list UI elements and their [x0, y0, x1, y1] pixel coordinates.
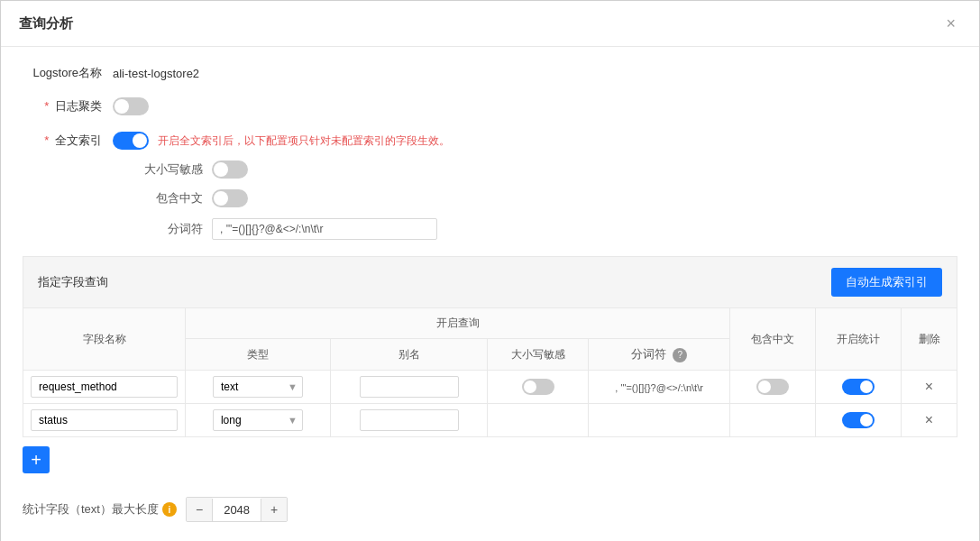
th-field-name: 字段名称 — [23, 308, 186, 371]
field-name-input[interactable] — [31, 409, 178, 431]
delimiter-row: 分词符 — [140, 218, 957, 240]
row-enable-stat-toggle[interactable] — [842, 379, 875, 395]
type-cell: text long double json ▼ — [186, 404, 331, 437]
dialog-header: 查询分析 × — [1, 1, 979, 47]
th-case-sensitive: 大小写敏感 — [488, 339, 588, 371]
th-type: 类型 — [186, 339, 331, 371]
alias-input[interactable] — [360, 409, 459, 431]
row-delimiter-value: , '"=()[]{}?@<>/:\n\t\r — [615, 382, 703, 393]
info-icon: i — [162, 502, 177, 517]
type-select[interactable]: text long double json — [213, 376, 303, 398]
increase-button[interactable]: + — [261, 498, 287, 521]
delimiter-value-cell — [588, 404, 730, 437]
fulltext-label: * 全文索引 — [23, 133, 113, 149]
case-sensitive-cell — [488, 371, 588, 404]
row-enable-stat-slider — [842, 379, 875, 395]
log-aggregate-row: * 日志聚类 — [23, 97, 957, 115]
table-body: text long double json ▼ — [23, 371, 957, 437]
delete-cell: × — [902, 371, 957, 404]
th-include-chinese: 包含中文 — [730, 308, 816, 371]
delimiter-help-icon: ? — [673, 348, 687, 362]
log-aggregate-label: * 日志聚类 — [23, 98, 113, 115]
case-sensitive-row: 大小写敏感 — [140, 160, 957, 179]
th-delete: 删除 — [902, 308, 957, 371]
include-chinese-slider — [212, 189, 248, 207]
type-select-wrap: text long double json ▼ — [213, 376, 303, 398]
th-delimiter: 分词符 ? — [588, 339, 730, 371]
field-name-cell — [23, 371, 186, 404]
query-analysis-dialog: 查询分析 × Logstore名称 ali-test-logstore2 * 日… — [0, 0, 980, 541]
dialog-title: 查询分析 — [19, 15, 73, 32]
fulltext-label-text: 全文索引 — [55, 133, 102, 147]
alias-cell — [330, 404, 488, 437]
add-field-button[interactable]: + — [23, 446, 50, 473]
max-length-control: − 2048 + — [186, 497, 288, 522]
required-marker2: * — [44, 133, 49, 147]
th-open-query-group: 开启查询 — [186, 308, 730, 339]
fulltext-toggle[interactable] — [113, 132, 149, 150]
footer-row: 统计字段（text）最大长度 i − 2048 + — [23, 488, 957, 531]
logstore-label: Logstore名称 — [23, 65, 113, 81]
row-enable-stat-toggle[interactable] — [842, 412, 875, 428]
include-chinese-label: 包含中文 — [140, 190, 212, 206]
table-row: text long double json ▼ — [23, 371, 957, 404]
th-alias: 别名 — [330, 339, 488, 371]
include-chinese-cell — [730, 404, 816, 437]
add-row-section: + — [23, 446, 957, 473]
field-name-cell — [23, 404, 186, 437]
delimiter-value-cell: , '"=()[]{}?@<>/:\n\t\r — [588, 371, 730, 404]
case-sensitive-cell — [488, 404, 588, 437]
decrease-button[interactable]: − — [187, 498, 212, 521]
row-include-chinese-slider — [756, 379, 789, 395]
fulltext-section: * 全文索引 开启全文索引后，以下配置项只针对未配置索引的字段生效。 大小写敏感 — [23, 132, 957, 240]
log-aggregate-slider — [113, 97, 149, 115]
case-sensitive-toggle[interactable] — [212, 160, 248, 179]
required-marker: * — [44, 99, 49, 113]
logstore-row: Logstore名称 ali-test-logstore2 — [23, 65, 957, 81]
row-enable-stat-slider — [842, 412, 875, 428]
enable-stat-cell — [816, 404, 902, 437]
delimiter-input[interactable] — [212, 218, 437, 240]
fulltext-sub-form: 大小写敏感 包含中文 分词符 — [140, 160, 957, 240]
case-sensitive-label: 大小写敏感 — [140, 161, 212, 178]
table-row: text long double json ▼ — [23, 404, 957, 437]
th-enable-stat: 开启统计 — [816, 308, 902, 371]
type-select-wrap: text long double json ▼ — [213, 409, 303, 431]
delete-cell: × — [902, 404, 957, 437]
table-header-row1: 字段名称 开启查询 包含中文 开启统计 删除 — [23, 308, 957, 339]
section-title: 指定字段查询 — [38, 274, 108, 290]
case-sensitive-slider — [212, 160, 248, 179]
fulltext-index-row: * 全文索引 开启全文索引后，以下配置项只针对未配置索引的字段生效。 — [23, 132, 957, 150]
delete-row-button[interactable]: × — [920, 377, 939, 397]
field-query-section-header: 指定字段查询 自动生成索引引 — [23, 256, 957, 307]
index-table: 字段名称 开启查询 包含中文 开启统计 删除 类型 别名 大小写敏感 分词符 ? — [23, 307, 957, 437]
delimiter-label: 分词符 — [140, 221, 212, 237]
include-chinese-row: 包含中文 — [140, 189, 957, 207]
log-aggregate-toggle[interactable] — [113, 97, 149, 115]
footer-text: 统计字段（text）最大长度 — [23, 501, 159, 518]
row-case-sensitive-slider — [522, 379, 554, 395]
logstore-label-text: Logstore名称 — [32, 66, 102, 79]
field-name-input[interactable] — [31, 376, 178, 398]
auto-generate-button[interactable]: 自动生成索引引 — [831, 268, 942, 297]
include-chinese-cell — [730, 371, 816, 404]
fulltext-description: 开启全文索引后，以下配置项只针对未配置索引的字段生效。 — [158, 133, 450, 149]
fulltext-slider — [113, 132, 149, 150]
row-case-sensitive-toggle[interactable] — [522, 379, 554, 395]
type-select[interactable]: text long double json — [213, 409, 303, 431]
logstore-value: ali-test-logstore2 — [113, 67, 199, 80]
row-include-chinese-toggle[interactable] — [756, 379, 789, 395]
type-cell: text long double json ▼ — [186, 371, 331, 404]
alias-input[interactable] — [360, 376, 459, 398]
enable-stat-cell — [816, 371, 902, 404]
max-length-value: 2048 — [212, 499, 261, 521]
delete-row-button[interactable]: × — [920, 410, 939, 430]
log-aggregate-label-text: 日志聚类 — [55, 99, 102, 113]
close-button[interactable]: × — [940, 14, 961, 33]
dialog-body: Logstore名称 ali-test-logstore2 * 日志聚类 * 全… — [1, 47, 979, 541]
include-chinese-toggle[interactable] — [212, 189, 248, 207]
alias-cell — [330, 371, 488, 404]
